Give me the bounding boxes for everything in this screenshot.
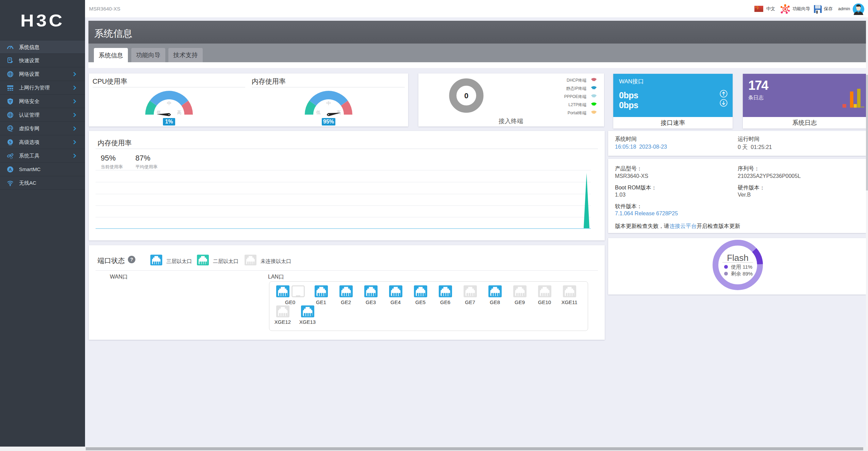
svg-text:A: A — [9, 167, 12, 172]
svg-text:?: ? — [130, 257, 133, 262]
svg-text:S: S — [9, 140, 12, 145]
